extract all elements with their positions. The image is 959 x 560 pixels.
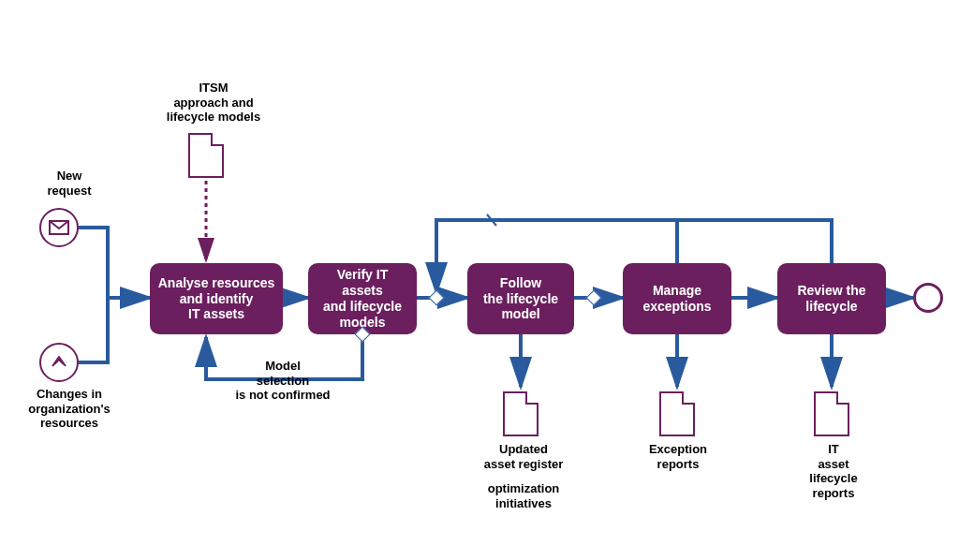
task-follow: Follow the lifecycle model — [467, 263, 574, 334]
gateway-1 — [429, 290, 445, 306]
doc-out3-label: IT asset lifecycle reports — [792, 442, 875, 500]
document-updated-register-icon — [503, 391, 539, 436]
start-event-signal-icon — [39, 343, 79, 382]
end-event-icon — [913, 283, 943, 313]
start-event-message-icon — [39, 208, 79, 247]
doc-out1-label2: optimization initiatives — [472, 481, 575, 510]
doc-out2-label: Exception reports — [633, 442, 723, 471]
doc-out1-label: Updated asset register — [472, 442, 575, 471]
task-review: Review the lifecycle — [777, 263, 886, 334]
document-exception-icon — [659, 391, 695, 436]
gateway-2 — [586, 290, 602, 306]
document-itsm-icon — [188, 133, 224, 178]
task-manage: Manage exceptions — [623, 263, 731, 334]
document-lifecycle-reports-icon — [814, 391, 849, 436]
doc-top-label: ITSM approach and lifecycle models — [159, 81, 268, 125]
start-event-1-label: New request — [32, 169, 107, 198]
task-analyse: Analyse resources and identify IT assets — [150, 263, 283, 334]
loop-label: Model selection is not confirmed — [217, 359, 348, 403]
start-event-2-label: Changes in organization's resources — [22, 387, 116, 431]
task-verify: Verify IT assets and lifecycle models — [308, 263, 417, 334]
